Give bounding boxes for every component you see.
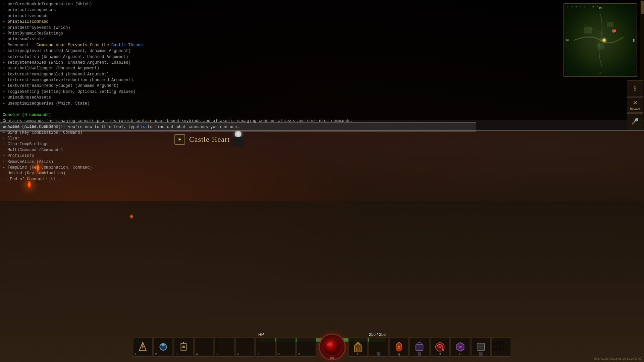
sidebar-tab-label: Tab bbox=[633, 85, 637, 92]
console-line: - ProfileInfo bbox=[3, 153, 641, 159]
minimap[interactable]: 2 3 4 5 6 7 8 9 N S E W − bbox=[564, 3, 637, 77]
slot-number-8: 8 bbox=[278, 352, 280, 356]
svg-rect-13 bbox=[357, 348, 360, 352]
console-line: - ClearTempBindings bbox=[3, 141, 641, 147]
sidebar-mic-button[interactable]: 🎤 bbox=[627, 113, 643, 129]
ability-q-icon bbox=[393, 341, 406, 353]
console-line-highlight: - printalliscommand bbox=[3, 19, 641, 25]
minimap-zoom-out[interactable]: − bbox=[632, 69, 635, 75]
ability-slot-misc[interactable]: ⬛ bbox=[471, 337, 491, 357]
ability-key-r: R bbox=[439, 352, 441, 356]
console-line: - startbuildwallpaper (Unnamed Argument) bbox=[3, 66, 641, 71]
console-panel: - performchunkdefragmentation (Which) - … bbox=[0, 0, 644, 131]
minimap-roads-svg bbox=[564, 4, 637, 76]
hotbar-slot-8[interactable]: 8 bbox=[276, 337, 296, 357]
ability-r-icon bbox=[434, 341, 446, 353]
ability-slot-c[interactable]: C bbox=[451, 337, 470, 357]
console-line: - printsumfxstate bbox=[3, 37, 641, 42]
svg-point-17 bbox=[439, 346, 441, 348]
console-line: - useoptimizedqueries (Which, State) bbox=[3, 101, 641, 107]
spark-decoration bbox=[129, 215, 133, 219]
console-line: - Clear bbox=[3, 136, 641, 141]
console-line: - PrintDynamicResSettings bbox=[3, 31, 641, 37]
escape-menu-button[interactable]: ✕ Escape bbox=[627, 97, 643, 113]
blood-orb-icon bbox=[322, 337, 342, 357]
svg-point-14 bbox=[398, 347, 400, 349]
left-ctrl-button[interactable]: Left Ctrl bbox=[492, 337, 511, 357]
hotbar-slot-2[interactable]: 2 bbox=[154, 337, 173, 357]
ability-slot-r[interactable]: R bbox=[430, 337, 450, 357]
console-line: - performchunkdefragmentation (Which) bbox=[3, 2, 641, 7]
slot1-icon bbox=[137, 341, 149, 353]
blood-orb-container: 6% bbox=[319, 334, 346, 360]
mic-icon: 🎤 bbox=[631, 118, 639, 125]
svg-point-3 bbox=[612, 29, 615, 33]
hotbar-slot-1[interactable]: 1 bbox=[133, 337, 153, 357]
minimap-canvas: 2 3 4 5 6 7 8 9 N S E W − bbox=[564, 4, 637, 76]
svg-rect-0 bbox=[584, 27, 592, 34]
ability-misc-icon bbox=[475, 341, 487, 353]
hotbar-slot-9[interactable]: 9 bbox=[297, 337, 316, 357]
ability-key-q: Q bbox=[398, 352, 400, 356]
console-line: - TempBind (Key Combination, Command) bbox=[3, 165, 641, 171]
console-list-link[interactable]: List bbox=[138, 125, 148, 129]
hotbar: 1 2 3 4 5 6 7 8 9 bbox=[133, 334, 511, 360]
welcome-text: Welcome to the Console. If you're new to… bbox=[3, 125, 138, 129]
console-line: - texturestreaminmemorybudget (Unnamed A… bbox=[3, 83, 641, 89]
console-line: -- End of Command List -- bbox=[3, 177, 641, 182]
hotbar-slot-3[interactable]: 3 bbox=[174, 337, 194, 357]
console-line: - unloadUnusedAssets bbox=[3, 95, 641, 101]
ability-key-empty2: ⬛ bbox=[418, 352, 421, 356]
ability-key-f: F bbox=[357, 352, 359, 356]
console-line: - printdestroyevents (Which) bbox=[3, 25, 641, 31]
right-sidebar: Tab ✕ Escape 🎤 bbox=[626, 80, 644, 129]
version-info: v0.5.41283 (2023-05-20 10:09 UTC) bbox=[594, 357, 642, 360]
console-line: - texturestreamingenabled (Unnamed Argum… bbox=[3, 72, 641, 77]
slot-number-6: 6 bbox=[237, 352, 239, 356]
console-section-header: Console (9 commands) bbox=[3, 112, 641, 118]
ability-slot-f[interactable]: F bbox=[348, 337, 368, 357]
slot-number-7: 7 bbox=[258, 352, 259, 356]
svg-point-10 bbox=[182, 346, 185, 348]
svg-marker-6 bbox=[141, 346, 145, 349]
hotbar-slot-4[interactable]: 4 bbox=[195, 337, 214, 357]
console-line: - MultiCommand (Commands) bbox=[3, 147, 641, 153]
svg-point-11 bbox=[324, 339, 341, 355]
svg-rect-2 bbox=[597, 44, 604, 50]
slot-number-4: 4 bbox=[196, 352, 198, 356]
console-line: - printactivesequences bbox=[3, 7, 641, 13]
slot3-icon bbox=[178, 341, 190, 353]
console-line: - setmipmaplevel (Unnamed Argument, Unna… bbox=[3, 48, 641, 54]
console-line: - Unbind (Key Combination) bbox=[3, 171, 641, 176]
ability-empty2-icon bbox=[413, 341, 426, 353]
slot-number-2: 2 bbox=[155, 352, 157, 356]
ability-key-empty1: ⬛ bbox=[377, 352, 380, 356]
escape-label: Escape bbox=[630, 107, 640, 110]
console-line: - setresolution (Unnamed Argument, Unnam… bbox=[3, 54, 641, 60]
slot-number-1: 1 bbox=[135, 352, 137, 356]
slot2-icon bbox=[157, 341, 169, 353]
console-line: - texturestreamingmaxlevelreduction (Unn… bbox=[3, 77, 641, 83]
hotbar-slot-5[interactable]: 5 bbox=[215, 337, 234, 357]
console-line: - Reconnect Command your Servants from t… bbox=[3, 43, 641, 48]
console-content: - performchunkdefragmentation (Which) - … bbox=[0, 0, 644, 184]
svg-rect-15 bbox=[416, 345, 423, 351]
hotbar-slot-7[interactable]: 7 bbox=[256, 337, 275, 357]
ability-slot-q[interactable]: Q bbox=[389, 337, 409, 357]
escape-icon: ✕ bbox=[633, 100, 637, 106]
ability-f-icon bbox=[352, 341, 365, 353]
hotbar-slot-6[interactable]: 6 bbox=[235, 337, 255, 357]
blood-percent: 6% bbox=[330, 357, 334, 360]
scrollbar-thumb[interactable] bbox=[641, 1, 644, 14]
welcome-suffix: to find out what commands you can use. bbox=[148, 125, 239, 129]
ability-slot-empty2[interactable]: ⬛ bbox=[410, 337, 429, 357]
ability-key-misc: ⬛ bbox=[479, 352, 483, 356]
console-welcome-bar: Welcome to the Console. If you're new to… bbox=[0, 122, 476, 132]
ability-key-c: C bbox=[459, 352, 462, 356]
slot-number-9: 9 bbox=[299, 352, 300, 356]
console-line: - setsystemenabled (Which, Unnamed Argum… bbox=[3, 60, 641, 66]
sidebar-tab-button[interactable]: Tab bbox=[627, 80, 643, 97]
ability-slot-empty1[interactable]: ⬛ bbox=[369, 337, 388, 357]
slot-number-3: 3 bbox=[176, 352, 177, 356]
svg-rect-1 bbox=[607, 22, 614, 27]
